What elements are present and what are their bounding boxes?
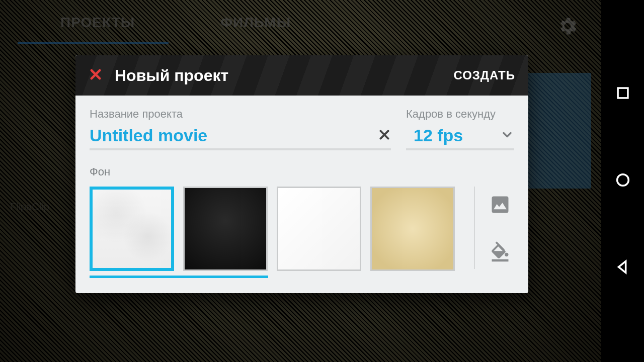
- svg-rect-0: [618, 88, 628, 98]
- pick-image-button[interactable]: [489, 194, 511, 218]
- svg-rect-3: [492, 259, 509, 262]
- bg-option-black[interactable]: [183, 187, 268, 271]
- project-name-label: Название проекта: [90, 108, 391, 121]
- svg-point-2: [505, 253, 508, 256]
- create-button[interactable]: СОЗДАТЬ: [453, 68, 515, 82]
- nav-back-icon[interactable]: [614, 258, 631, 278]
- dialog-title: Новый проект: [115, 66, 228, 85]
- settings-button[interactable]: [556, 15, 579, 39]
- bg-option-parchment[interactable]: [370, 187, 455, 271]
- bg-option-white[interactable]: [277, 187, 361, 271]
- close-button[interactable]: [89, 67, 103, 83]
- tab-underline: [18, 42, 169, 44]
- swatch-scroll-indicator: [90, 276, 268, 278]
- tab-movies[interactable]: ФИЛЬМЫ: [220, 15, 291, 31]
- background-swatches: [90, 187, 465, 278]
- tab-projects[interactable]: ПРОЕКТЫ: [60, 15, 135, 31]
- fps-label: Кадров в секунду: [406, 108, 514, 121]
- nav-home-icon[interactable]: [614, 171, 631, 191]
- clear-name-button[interactable]: [378, 128, 391, 143]
- fps-value: 12 fps: [406, 126, 500, 145]
- nav-recent-icon[interactable]: [614, 84, 631, 104]
- android-navbar: [601, 0, 644, 362]
- fill-color-button[interactable]: [489, 241, 511, 265]
- bg-option-crumpled-paper[interactable]: [90, 187, 174, 271]
- svg-point-1: [617, 174, 628, 186]
- new-project-dialog: Новый проект СОЗДАТЬ Название проекта Un…: [75, 55, 528, 293]
- brand-label: FlipaClip: [10, 201, 49, 213]
- background-label: Фон: [90, 165, 514, 178]
- fps-dropdown[interactable]: 12 fps: [406, 126, 514, 150]
- dialog-header: Новый проект СОЗДАТЬ: [75, 55, 528, 96]
- chevron-down-icon: [500, 128, 514, 144]
- project-name-input[interactable]: Untitled movie: [90, 126, 378, 145]
